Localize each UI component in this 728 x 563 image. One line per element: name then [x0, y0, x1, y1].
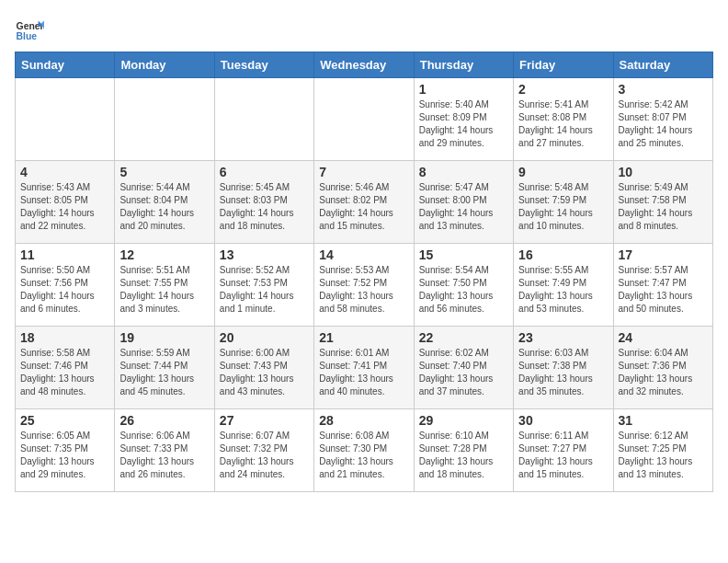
- day-number: 5: [119, 165, 209, 179]
- day-number: 15: [419, 247, 508, 262]
- logo: General Blue: [15, 15, 44, 44]
- calendar-cell: 6Sunrise: 5:45 AM Sunset: 8:03 PM Daylig…: [214, 161, 313, 244]
- day-info: Sunrise: 5:51 AM Sunset: 7:55 PM Dayligh…: [119, 264, 209, 316]
- calendar-cell: 8Sunrise: 5:47 AM Sunset: 8:00 PM Daylig…: [414, 161, 513, 244]
- day-info: Sunrise: 5:53 AM Sunset: 7:52 PM Dayligh…: [319, 264, 408, 316]
- day-header-thursday: Thursday: [414, 52, 513, 78]
- day-info: Sunrise: 5:57 AM Sunset: 7:47 PM Dayligh…: [619, 264, 708, 316]
- calendar-cell: [314, 78, 414, 161]
- calendar-cell: 30Sunrise: 6:11 AM Sunset: 7:27 PM Dayli…: [514, 409, 613, 492]
- day-number: 17: [619, 247, 708, 262]
- calendar-cell: 10Sunrise: 5:49 AM Sunset: 7:58 PM Dayli…: [613, 161, 712, 244]
- day-number: 18: [20, 330, 109, 345]
- day-number: 25: [20, 413, 109, 428]
- calendar-cell: 14Sunrise: 5:53 AM Sunset: 7:52 PM Dayli…: [314, 244, 414, 327]
- day-number: 3: [619, 82, 708, 97]
- calendar-cell: 11Sunrise: 5:50 AM Sunset: 7:56 PM Dayli…: [16, 244, 115, 327]
- page-header: General Blue: [15, 15, 713, 44]
- day-number: 28: [319, 413, 408, 428]
- day-info: Sunrise: 5:55 AM Sunset: 7:49 PM Dayligh…: [518, 264, 608, 316]
- day-info: Sunrise: 5:45 AM Sunset: 8:03 PM Dayligh…: [220, 181, 309, 233]
- day-number: 24: [619, 330, 708, 345]
- day-header-monday: Monday: [115, 52, 214, 78]
- calendar-cell: [16, 78, 115, 161]
- day-info: Sunrise: 5:46 AM Sunset: 8:02 PM Dayligh…: [319, 181, 408, 233]
- day-info: Sunrise: 5:47 AM Sunset: 8:00 PM Dayligh…: [419, 181, 508, 233]
- calendar-cell: 23Sunrise: 6:03 AM Sunset: 7:38 PM Dayli…: [514, 327, 613, 409]
- day-info: Sunrise: 6:08 AM Sunset: 7:30 PM Dayligh…: [319, 430, 408, 481]
- svg-text:Blue: Blue: [17, 31, 38, 41]
- calendar-cell: 7Sunrise: 5:46 AM Sunset: 8:02 PM Daylig…: [314, 161, 414, 244]
- day-info: Sunrise: 6:10 AM Sunset: 7:28 PM Dayligh…: [419, 430, 508, 481]
- day-number: 16: [518, 247, 608, 262]
- day-header-sunday: Sunday: [16, 52, 115, 78]
- week-row-5: 25Sunrise: 6:05 AM Sunset: 7:35 PM Dayli…: [16, 409, 713, 492]
- day-header-friday: Friday: [514, 52, 613, 78]
- day-number: 31: [619, 413, 708, 428]
- calendar-cell: 4Sunrise: 5:43 AM Sunset: 8:05 PM Daylig…: [16, 161, 115, 244]
- calendar-cell: 29Sunrise: 6:10 AM Sunset: 7:28 PM Dayli…: [414, 409, 513, 492]
- calendar-cell: [115, 78, 214, 161]
- day-info: Sunrise: 6:00 AM Sunset: 7:43 PM Dayligh…: [220, 347, 309, 398]
- day-number: 8: [419, 165, 508, 179]
- day-info: Sunrise: 5:44 AM Sunset: 8:04 PM Dayligh…: [119, 181, 209, 233]
- day-info: Sunrise: 5:50 AM Sunset: 7:56 PM Dayligh…: [20, 264, 109, 316]
- day-info: Sunrise: 5:52 AM Sunset: 7:53 PM Dayligh…: [220, 264, 309, 316]
- calendar-cell: 21Sunrise: 6:01 AM Sunset: 7:41 PM Dayli…: [314, 327, 414, 409]
- day-number: 12: [119, 247, 209, 262]
- calendar-cell: 27Sunrise: 6:07 AM Sunset: 7:32 PM Dayli…: [214, 409, 313, 492]
- day-info: Sunrise: 6:11 AM Sunset: 7:27 PM Dayligh…: [518, 430, 608, 481]
- day-info: Sunrise: 5:40 AM Sunset: 8:09 PM Dayligh…: [419, 98, 508, 150]
- day-info: Sunrise: 5:58 AM Sunset: 7:46 PM Dayligh…: [20, 347, 109, 398]
- calendar-cell: 1Sunrise: 5:40 AM Sunset: 8:09 PM Daylig…: [414, 78, 513, 161]
- day-header-saturday: Saturday: [613, 52, 712, 78]
- day-number: 14: [319, 247, 408, 262]
- logo-icon: General Blue: [15, 15, 44, 44]
- day-number: 7: [319, 165, 408, 179]
- week-row-4: 18Sunrise: 5:58 AM Sunset: 7:46 PM Dayli…: [16, 327, 713, 409]
- calendar-cell: 20Sunrise: 6:00 AM Sunset: 7:43 PM Dayli…: [214, 327, 313, 409]
- calendar-cell: 24Sunrise: 6:04 AM Sunset: 7:36 PM Dayli…: [613, 327, 712, 409]
- day-number: 10: [619, 165, 708, 179]
- calendar-cell: 9Sunrise: 5:48 AM Sunset: 7:59 PM Daylig…: [514, 161, 613, 244]
- calendar-cell: 28Sunrise: 6:08 AM Sunset: 7:30 PM Dayli…: [314, 409, 414, 492]
- day-number: 21: [319, 330, 408, 345]
- calendar-cell: 18Sunrise: 5:58 AM Sunset: 7:46 PM Dayli…: [16, 327, 115, 409]
- calendar-cell: 31Sunrise: 6:12 AM Sunset: 7:25 PM Dayli…: [613, 409, 712, 492]
- day-number: 2: [518, 82, 608, 97]
- day-number: 9: [518, 165, 608, 179]
- day-info: Sunrise: 5:41 AM Sunset: 8:08 PM Dayligh…: [518, 98, 608, 150]
- day-number: 27: [220, 413, 309, 428]
- calendar-cell: 13Sunrise: 5:52 AM Sunset: 7:53 PM Dayli…: [214, 244, 313, 327]
- calendar-table: SundayMondayTuesdayWednesdayThursdayFrid…: [15, 52, 713, 492]
- day-number: 19: [119, 330, 209, 345]
- day-info: Sunrise: 5:54 AM Sunset: 7:50 PM Dayligh…: [419, 264, 508, 316]
- day-info: Sunrise: 6:06 AM Sunset: 7:33 PM Dayligh…: [119, 430, 209, 481]
- week-row-3: 11Sunrise: 5:50 AM Sunset: 7:56 PM Dayli…: [16, 244, 713, 327]
- day-header-wednesday: Wednesday: [314, 52, 414, 78]
- day-info: Sunrise: 5:43 AM Sunset: 8:05 PM Dayligh…: [20, 181, 109, 233]
- calendar-cell: 26Sunrise: 6:06 AM Sunset: 7:33 PM Dayli…: [115, 409, 214, 492]
- calendar-cell: 16Sunrise: 5:55 AM Sunset: 7:49 PM Dayli…: [514, 244, 613, 327]
- calendar-cell: 22Sunrise: 6:02 AM Sunset: 7:40 PM Dayli…: [414, 327, 513, 409]
- day-number: 23: [518, 330, 608, 345]
- day-number: 4: [20, 165, 109, 179]
- day-number: 30: [518, 413, 608, 428]
- calendar-cell: 5Sunrise: 5:44 AM Sunset: 8:04 PM Daylig…: [115, 161, 214, 244]
- day-number: 1: [419, 82, 508, 97]
- day-number: 20: [220, 330, 309, 345]
- calendar-cell: [214, 78, 313, 161]
- day-header-tuesday: Tuesday: [214, 52, 313, 78]
- calendar-header-row: SundayMondayTuesdayWednesdayThursdayFrid…: [16, 52, 713, 78]
- day-info: Sunrise: 5:49 AM Sunset: 7:58 PM Dayligh…: [619, 181, 708, 233]
- calendar-cell: 25Sunrise: 6:05 AM Sunset: 7:35 PM Dayli…: [16, 409, 115, 492]
- day-number: 26: [119, 413, 209, 428]
- day-number: 6: [220, 165, 309, 179]
- calendar-cell: 17Sunrise: 5:57 AM Sunset: 7:47 PM Dayli…: [613, 244, 712, 327]
- day-number: 29: [419, 413, 508, 428]
- day-info: Sunrise: 6:04 AM Sunset: 7:36 PM Dayligh…: [619, 347, 708, 398]
- calendar-cell: 12Sunrise: 5:51 AM Sunset: 7:55 PM Dayli…: [115, 244, 214, 327]
- day-info: Sunrise: 5:59 AM Sunset: 7:44 PM Dayligh…: [119, 347, 209, 398]
- day-number: 22: [419, 330, 508, 345]
- day-info: Sunrise: 5:42 AM Sunset: 8:07 PM Dayligh…: [619, 98, 708, 150]
